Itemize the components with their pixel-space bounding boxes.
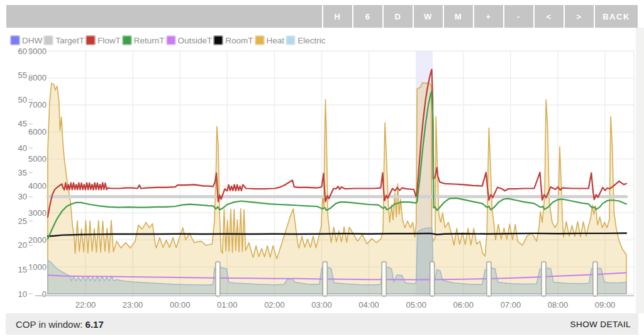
toolbar-button-sym[interactable]: > xyxy=(564,5,594,28)
temp-axis: 6055504540353025201510 xyxy=(18,47,33,299)
temp-tick-label: 35 xyxy=(18,168,27,177)
x-axis-tick-label: 01:00 xyxy=(217,300,238,310)
legend-label: Electric xyxy=(297,36,325,45)
event-marker xyxy=(323,262,327,296)
show-detail-button[interactable]: SHOW DETAIL xyxy=(570,320,631,329)
power-tick-label: 5000 xyxy=(28,154,47,164)
x-axis-tick-label: 04:00 xyxy=(358,300,379,310)
cop-label: COP in window: xyxy=(16,319,86,330)
legend-label: RoomT xyxy=(225,36,253,45)
x-axis-tick-label: 23:00 xyxy=(123,300,143,310)
temp-tick-label: 40 xyxy=(18,143,27,153)
legend-label: FlowT xyxy=(97,36,121,45)
status-bar: COP in window: 6.17 SHOW DETAIL xyxy=(6,313,638,335)
legend-item-flowt[interactable]: FlowT xyxy=(86,35,121,45)
temp-tick-label: 30 xyxy=(18,192,27,201)
dhw-swatch-icon xyxy=(10,35,20,45)
temp-tick-label: 10 xyxy=(18,289,27,299)
toolbar-button-sym[interactable]: < xyxy=(533,5,564,28)
flowt-swatch-icon xyxy=(86,35,96,45)
legend-label: ReturnT xyxy=(134,36,165,45)
legend-item-heat[interactable]: Heat xyxy=(255,35,285,45)
legend-label: OutsideT xyxy=(178,36,213,45)
x-axis-tick-label: 05:00 xyxy=(406,300,426,310)
x-axis-tick-label: 00:00 xyxy=(170,300,191,310)
toolbar-button-sym[interactable]: - xyxy=(503,5,533,28)
power-tick-label: 0 xyxy=(42,289,47,299)
roomt-swatch-icon xyxy=(213,35,223,45)
legend-item-targett[interactable]: TargetT xyxy=(43,35,84,45)
power-tick-label: 7000 xyxy=(28,100,47,109)
chart-panel: DHWTargetTFlowTReturnTOutsideTRoomTHeatE… xyxy=(0,28,644,313)
chart[interactable]: 22:0023:0000:0001:0002:0003:0004:0005:00… xyxy=(0,28,644,313)
targett-swatch-icon xyxy=(43,35,53,45)
legend-item-electric[interactable]: Electric xyxy=(286,35,325,45)
x-axis-tick-label: 22:00 xyxy=(75,300,96,310)
x-axis-tick-label: 09:00 xyxy=(595,300,616,310)
toolbar-button-h[interactable]: H xyxy=(322,5,352,28)
legend-item-roomt[interactable]: RoomT xyxy=(213,35,253,45)
outsidet-swatch-icon xyxy=(166,35,176,45)
event-marker xyxy=(593,262,597,296)
legend-label: DHW xyxy=(22,36,42,45)
series-flowt xyxy=(48,69,626,217)
x-axis-tick-label: 06:00 xyxy=(453,300,474,310)
electric-swatch-icon xyxy=(286,35,296,45)
x-axis-tick-label: 02:00 xyxy=(264,300,285,310)
x-axis-tick-label: 07:00 xyxy=(501,300,521,310)
toolbar-button-d[interactable]: D xyxy=(382,5,413,28)
returnt-swatch-icon xyxy=(122,35,132,45)
heat-pump-monitor-app: H6DWM+-<>BACK DHWTargetTFlowTReturnTOuts… xyxy=(0,0,644,336)
legend-label: Heat xyxy=(267,36,285,45)
event-marker xyxy=(487,262,491,296)
temp-tick-label: 60 xyxy=(18,47,27,56)
cop-value: 6.17 xyxy=(86,319,104,330)
power-tick-label: 6000 xyxy=(28,127,47,137)
temp-tick-label: 50 xyxy=(18,95,27,104)
toolbar-button-6[interactable]: 6 xyxy=(352,5,382,28)
temp-tick-label: 15 xyxy=(18,265,27,274)
power-tick-label: 3000 xyxy=(28,208,47,218)
temp-tick-label: 25 xyxy=(18,216,27,226)
event-marker xyxy=(216,262,220,296)
toolbar-button-sym[interactable]: + xyxy=(473,5,503,28)
legend-label: TargetT xyxy=(55,36,84,45)
toolbar: H6DWM+-<>BACK xyxy=(6,5,638,28)
x-axis-tick-label: 08:00 xyxy=(548,300,569,310)
legend: DHWTargetTFlowTReturnTOutsideTRoomTHeatE… xyxy=(10,35,326,45)
right-gutter xyxy=(636,28,644,313)
toolbar-button-back[interactable]: BACK xyxy=(594,5,638,28)
legend-item-returnt[interactable]: ReturnT xyxy=(122,35,165,45)
power-tick-label: 4000 xyxy=(28,181,47,191)
toolbar-button-m[interactable]: M xyxy=(443,5,473,28)
temp-tick-label: 55 xyxy=(18,70,27,80)
temp-tick-label: 20 xyxy=(18,240,27,250)
temp-tick-label: 45 xyxy=(18,119,27,128)
event-marker xyxy=(430,262,435,296)
legend-item-dhw[interactable]: DHW xyxy=(10,35,42,45)
legend-item-outsidet[interactable]: OutsideT xyxy=(166,35,213,45)
power-tick-label: 2000 xyxy=(28,235,47,245)
event-marker xyxy=(541,262,546,296)
cop-summary: COP in window: 6.17 xyxy=(16,319,104,330)
heat-swatch-icon xyxy=(255,35,265,45)
x-axis-tick-label: 03:00 xyxy=(311,300,332,310)
toolbar-button-w[interactable]: W xyxy=(413,5,443,28)
event-marker xyxy=(382,262,386,296)
